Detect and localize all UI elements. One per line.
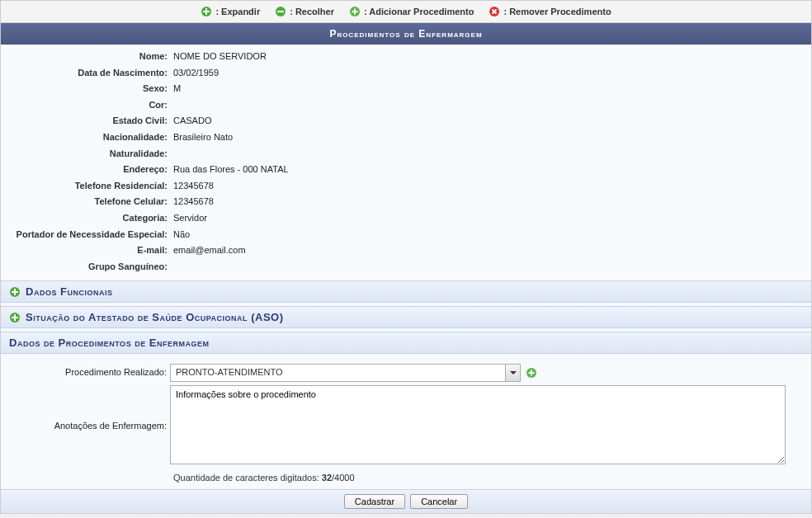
field-tel-res: Telefone Residencial: 12345678 <box>1 179 811 194</box>
legend-remove-procedure-label: : Remover Procedimento <box>503 7 611 16</box>
remove-circle-icon <box>489 6 500 17</box>
add-procedure-button[interactable] <box>526 367 537 379</box>
label-endereco: Endereço: <box>1 162 170 177</box>
plus-icon <box>201 6 212 17</box>
field-portador: Portador de Necessidade Especial: Não <box>1 228 811 243</box>
field-categoria: Categoria: Servidor <box>1 211 811 226</box>
procedimento-select[interactable]: PRONTO-ATENDIMENTO <box>170 364 521 382</box>
value-nome: NOME DO SERVIDOR <box>170 49 267 64</box>
expand-icon <box>9 286 21 298</box>
chevron-down-icon <box>505 365 520 381</box>
section-aso[interactable]: Situação do Atestado de Saúde Ocupaciona… <box>1 306 811 328</box>
patient-details: Nome: NOME DO SERVIDOR Data de Nasciment… <box>1 45 811 280</box>
expand-icon <box>9 312 21 323</box>
value-tel-res: 12345678 <box>170 179 214 194</box>
field-sexo: Sexo: M <box>1 82 811 97</box>
label-nome: Nome: <box>1 49 170 64</box>
label-estado-civil: Estado Civil: <box>1 114 170 129</box>
section-title-aso: Situação do Atestado de Saúde Ocupaciona… <box>26 311 284 323</box>
field-grupo-sanguineo: Grupo Sanguíneo: <box>1 260 811 275</box>
legend-expand: : Expandir <box>201 6 260 17</box>
label-procedimento: Procedimento Realizado: <box>1 364 170 377</box>
section-title-dados-proc: Dados de Procedimentos de Enfermagem <box>9 337 210 349</box>
legend-add-procedure: : Adicionar Procedimento <box>349 6 474 17</box>
field-email: E-mail: email@email.com <box>1 243 811 258</box>
cancelar-button[interactable]: Cancelar <box>410 494 468 509</box>
label-tel-cel: Telefone Celular: <box>1 195 170 210</box>
svg-rect-7 <box>352 11 357 12</box>
footer-actions: Cadastrar Cancelar <box>1 489 811 513</box>
legend-collapse-label: : Recolher <box>290 7 334 16</box>
char-count-value: 32 <box>322 473 332 483</box>
value-endereco: Rua das Flores - 000 NATAL <box>170 162 289 177</box>
row-procedimento: Procedimento Realizado: PRONTO-ATENDIMEN… <box>1 364 811 382</box>
value-nascimento: 03/02/1959 <box>170 66 219 81</box>
char-counter: Quantidade de caracteres digitados: 32/4… <box>1 469 811 483</box>
field-estado-civil: Estado Civil: CASADO <box>1 114 811 129</box>
legend-add-procedure-label: : Adicionar Procedimento <box>364 7 474 16</box>
field-nacionalidade: Nacionalidade: Brasileiro Nato <box>1 130 811 145</box>
value-categoria: Servidor <box>170 211 207 226</box>
section-title-funcionais: Dados Funcionais <box>26 285 112 298</box>
cadastrar-button[interactable]: Cadastrar <box>344 494 405 509</box>
field-tel-cel: Telefone Celular: 12345678 <box>1 195 811 210</box>
field-nome: Nome: NOME DO SERVIDOR <box>1 49 811 64</box>
page-title: Procedimentos de Enfermargem <box>1 23 811 45</box>
svg-rect-11 <box>12 291 18 293</box>
svg-rect-17 <box>529 372 535 374</box>
value-tel-cel: 12345678 <box>170 195 214 210</box>
label-anotacoes: Anotações de Enfermagem: <box>1 421 170 431</box>
value-sexo: M <box>170 82 181 97</box>
row-anotacoes: Anotações de Enfermagem: <box>1 385 811 466</box>
legend-collapse: : Recolher <box>275 6 334 17</box>
add-circle-icon <box>349 6 361 17</box>
value-portador: Não <box>170 228 190 243</box>
value-estado-civil: CASADO <box>170 114 211 129</box>
label-nascimento: Data de Nascimento: <box>1 66 170 81</box>
legend-toolbar: : Expandir : Recolher : Adicionar Proced… <box>1 1 811 23</box>
anotacoes-textarea[interactable] <box>170 385 786 464</box>
char-count-prefix: Quantidade de caracteres digitados: <box>173 473 322 483</box>
app-frame: : Expandir : Recolher : Adicionar Proced… <box>0 0 812 514</box>
field-naturalidade: Naturalidade: <box>1 147 811 162</box>
procedimento-selected-value: PRONTO-ATENDIMENTO <box>171 365 505 381</box>
value-email: email@email.com <box>170 243 246 258</box>
section-dados-proc: Dados de Procedimentos de Enfermagem <box>1 332 811 354</box>
field-cor: Cor: <box>1 98 811 113</box>
label-grupo-sanguineo: Grupo Sanguíneo: <box>1 260 170 275</box>
section-dados-funcionais[interactable]: Dados Funcionais <box>1 280 811 303</box>
label-sexo: Sexo: <box>1 82 170 97</box>
field-endereco: Endereço: Rua das Flores - 000 NATAL <box>1 162 811 177</box>
label-cor: Cor: <box>1 98 170 113</box>
label-nacionalidade: Nacionalidade: <box>1 130 170 145</box>
legend-expand-label: : Expandir <box>215 7 260 16</box>
svg-rect-14 <box>12 317 18 318</box>
legend-remove-procedure: : Remover Procedimento <box>489 6 611 17</box>
label-email: E-mail: <box>1 243 170 258</box>
svg-rect-2 <box>203 11 210 12</box>
label-naturalidade: Naturalidade: <box>1 147 170 162</box>
procedure-form: Procedimento Realizado: PRONTO-ATENDIMEN… <box>1 354 811 489</box>
minus-icon <box>275 6 286 17</box>
value-nacionalidade: Brasileiro Nato <box>170 130 233 145</box>
label-portador: Portador de Necessidade Especial: <box>1 228 170 243</box>
svg-rect-4 <box>277 11 284 12</box>
char-count-suffix: /4000 <box>332 473 355 483</box>
field-nascimento: Data de Nascimento: 03/02/1959 <box>1 66 811 81</box>
label-categoria: Categoria: <box>1 211 170 226</box>
label-tel-res: Telefone Residencial: <box>1 179 170 194</box>
